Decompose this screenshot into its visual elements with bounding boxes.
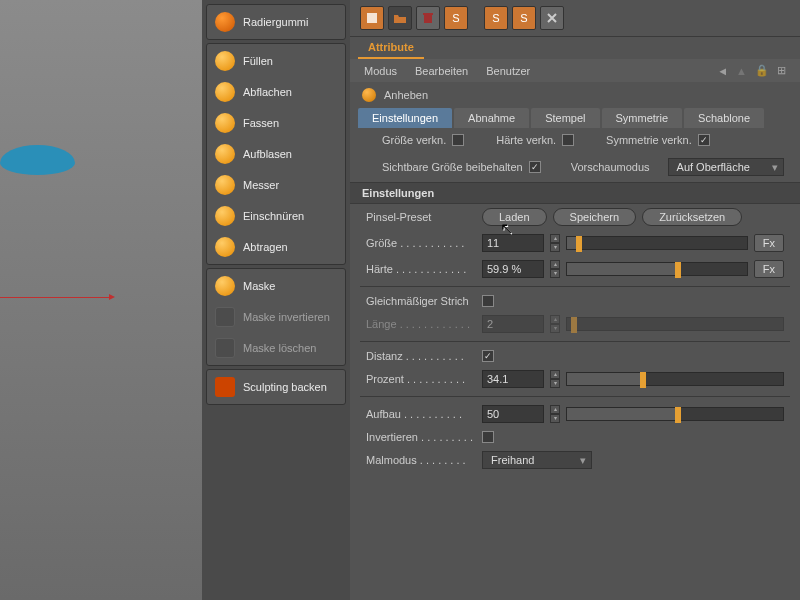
invert-check[interactable] [482,431,494,443]
buildup-label: Aufbau . . . . . . . . . . [366,408,476,420]
tool-icon [215,338,235,358]
pin-icon[interactable]: ⊞ [777,64,786,77]
preset-row: Pinsel-Preset Laden Speichern Zurücksetz… [350,204,800,230]
tool-aufblasen[interactable]: Aufblasen [209,139,343,169]
toolbar-folder-icon[interactable] [388,6,412,30]
buildup-spinner[interactable]: ▴▾ [550,405,560,423]
tool-label: Aufblasen [243,148,292,160]
toolbar-new-icon[interactable] [360,6,384,30]
mode-row: Anheben [350,82,800,108]
toolbar-s2-icon[interactable]: S [484,6,508,30]
save-button[interactable]: Speichern [553,208,637,226]
tool-füllen[interactable]: Füllen [209,46,343,76]
viewport-3d[interactable] [0,0,202,600]
divider [360,396,790,397]
lock-icon[interactable]: 🔒 [755,64,769,77]
svg-rect-1 [424,15,432,23]
tool-einschnüren[interactable]: Einschnüren [209,201,343,231]
tool-icon [215,51,235,71]
ptab-symmetrie[interactable]: Symmetrie [602,108,683,128]
toolbar-trash-icon[interactable] [416,6,440,30]
ptab-abnahme[interactable]: Abnahme [454,108,529,128]
toolbar-s1-icon[interactable]: S [444,6,468,30]
panel-tabs: Attribute [350,37,800,59]
percent-row: Prozent . . . . . . . . . . ▴▾ [350,366,800,392]
reset-button[interactable]: Zurücksetzen [642,208,742,226]
percent-label: Prozent . . . . . . . . . . [366,373,476,385]
attr-menubar: Modus Bearbeiten Benutzer ◄ ▲ 🔒 ⊞ [350,59,800,82]
tool-label: Radiergummi [243,16,308,28]
buildup-slider[interactable] [566,407,784,421]
svg-rect-2 [423,13,433,15]
hardness-slider[interactable] [566,262,748,276]
visible-size-check[interactable] [529,161,541,173]
tool-icon [215,237,235,257]
paintmode-dropdown[interactable]: Freihand [482,451,592,469]
length-label: Länge . . . . . . . . . . . . [366,318,476,330]
percent-spinner[interactable]: ▴▾ [550,370,560,388]
paintmode-row: Malmodus . . . . . . . . Freihand [350,447,800,473]
attribute-panel: S S S Attribute Modus Bearbeiten Benutze… [350,0,800,600]
buildup-input[interactable] [482,405,544,423]
tool-sculpting-backen[interactable]: Sculpting backen [209,372,343,402]
preview-row: Sichtbare Größe beibehalten Vorschaumodu… [350,152,800,182]
hardness-fx-button[interactable]: Fx [754,260,784,278]
distance-check[interactable] [482,350,494,362]
svg-text:S: S [452,12,459,24]
tool-label: Abtragen [243,241,288,253]
menu-modus[interactable]: Modus [364,65,397,77]
sym-link-check[interactable] [698,134,710,146]
hard-link-check[interactable] [562,134,574,146]
menu-bearbeiten[interactable]: Bearbeiten [415,65,468,77]
mesh-object [0,145,75,175]
size-input[interactable] [482,234,544,252]
size-spinner[interactable]: ▴▾ [550,234,560,252]
toolbar-s3-icon[interactable]: S [512,6,536,30]
size-label: Größe . . . . . . . . . . . [366,237,476,249]
ptab-schablone[interactable]: Schablone [684,108,764,128]
even-stroke-check[interactable] [482,295,494,307]
toolbar-x-icon[interactable] [540,6,564,30]
load-button[interactable]: Laden [482,208,547,226]
ptab-einstellungen[interactable]: Einstellungen [358,108,452,128]
tool-label: Sculpting backen [243,381,327,393]
ptab-stempel[interactable]: Stempel [531,108,599,128]
length-input[interactable] [482,315,544,333]
length-slider [566,317,784,331]
tool-fassen[interactable]: Fassen [209,108,343,138]
mode-label: Anheben [384,89,428,101]
length-row: Länge . . . . . . . . . . . . ▴▾ [350,311,800,337]
tool-maske[interactable]: Maske [209,271,343,301]
size-link-check[interactable] [452,134,464,146]
nav-back-icon[interactable]: ◄ [717,65,728,77]
tool-label: Einschnüren [243,210,304,222]
tool-icon [215,377,235,397]
size-link-label: Größe verkn. [382,134,446,146]
length-spinner: ▴▾ [550,315,560,333]
attr-toolbar: S S S [350,0,800,37]
size-fx-button[interactable]: Fx [754,234,784,252]
hardness-input[interactable] [482,260,544,278]
tool-icon [215,144,235,164]
hard-link-label: Härte verkn. [496,134,556,146]
tool-label: Maske invertieren [243,311,330,323]
distance-label: Distanz . . . . . . . . . . [366,350,476,362]
paintmode-label: Malmodus . . . . . . . . [366,454,476,466]
percent-slider[interactable] [566,372,784,386]
nav-up-icon[interactable]: ▲ [736,65,747,77]
tool-messer[interactable]: Messer [209,170,343,200]
tool-abtragen[interactable]: Abtragen [209,232,343,262]
tool-label: Maske [243,280,275,292]
mode-icon [362,88,376,102]
size-slider[interactable] [566,236,748,250]
svg-rect-0 [367,13,377,23]
hardness-row: Härte . . . . . . . . . . . . ▴▾ Fx [350,256,800,282]
hardness-spinner[interactable]: ▴▾ [550,260,560,278]
preview-dropdown[interactable]: Auf Oberfläche [668,158,784,176]
percent-input[interactable] [482,370,544,388]
tool-abflachen[interactable]: Abflachen [209,77,343,107]
menu-benutzer[interactable]: Benutzer [486,65,530,77]
tool-icon [215,206,235,226]
tab-attribute[interactable]: Attribute [358,37,424,59]
tool-radiergummi[interactable]: Radiergummi [209,7,343,37]
